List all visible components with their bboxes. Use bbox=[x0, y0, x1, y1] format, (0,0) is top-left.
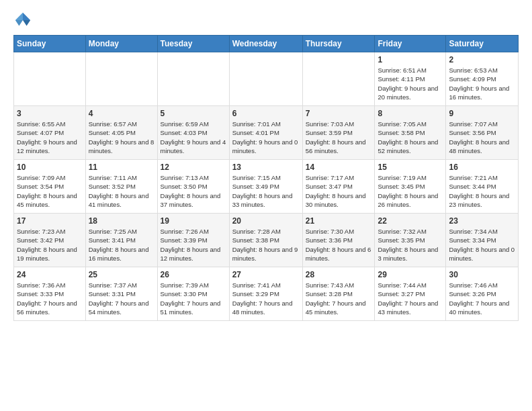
day-info: Sunrise: 7:36 AM Sunset: 3:33 PM Dayligh… bbox=[17, 281, 83, 316]
day-info: Sunrise: 7:39 AM Sunset: 3:30 PM Dayligh… bbox=[161, 281, 226, 316]
calendar-cell: 11Sunrise: 7:11 AM Sunset: 3:52 PM Dayli… bbox=[85, 160, 157, 214]
calendar-cell: 4Sunrise: 6:57 AM Sunset: 4:05 PM Daylig… bbox=[85, 106, 157, 160]
day-number: 26 bbox=[161, 270, 226, 279]
calendar-cell: 15Sunrise: 7:19 AM Sunset: 3:45 PM Dayli… bbox=[375, 160, 446, 214]
day-number: 17 bbox=[17, 216, 83, 226]
day-number: 2 bbox=[449, 55, 515, 64]
day-info: Sunrise: 7:21 AM Sunset: 3:44 PM Dayligh… bbox=[449, 173, 515, 209]
day-info: Sunrise: 7:25 AM Sunset: 3:41 PM Dayligh… bbox=[89, 227, 154, 263]
calendar-header-sunday: Sunday bbox=[14, 36, 86, 52]
day-info: Sunrise: 7:44 AM Sunset: 3:27 PM Dayligh… bbox=[378, 281, 443, 316]
day-number: 23 bbox=[449, 216, 515, 226]
calendar-table: SundayMondayTuesdayWednesdayThursdayFrid… bbox=[13, 35, 519, 321]
calendar-cell bbox=[229, 52, 302, 106]
calendar-cell: 26Sunrise: 7:39 AM Sunset: 3:30 PM Dayli… bbox=[157, 267, 229, 321]
day-number: 27 bbox=[232, 270, 300, 279]
day-number: 7 bbox=[306, 109, 372, 118]
calendar-cell: 17Sunrise: 7:23 AM Sunset: 3:42 PM Dayli… bbox=[14, 214, 86, 267]
day-info: Sunrise: 7:28 AM Sunset: 3:38 PM Dayligh… bbox=[232, 227, 300, 263]
calendar-cell: 10Sunrise: 7:09 AM Sunset: 3:54 PM Dayli… bbox=[14, 160, 86, 214]
day-number: 21 bbox=[306, 216, 372, 226]
day-info: Sunrise: 6:57 AM Sunset: 4:05 PM Dayligh… bbox=[89, 120, 154, 155]
calendar-cell: 30Sunrise: 7:46 AM Sunset: 3:26 PM Dayli… bbox=[446, 267, 519, 321]
calendar-header-friday: Friday bbox=[375, 36, 446, 52]
calendar-week-row: 24Sunrise: 7:36 AM Sunset: 3:33 PM Dayli… bbox=[14, 267, 519, 321]
calendar-cell: 6Sunrise: 7:01 AM Sunset: 4:01 PM Daylig… bbox=[229, 106, 302, 160]
svg-marker-3 bbox=[15, 20, 23, 26]
calendar-week-row: 1Sunrise: 6:51 AM Sunset: 4:11 PM Daylig… bbox=[14, 52, 519, 106]
day-number: 16 bbox=[449, 163, 515, 172]
svg-marker-0 bbox=[23, 13, 30, 20]
calendar-week-row: 3Sunrise: 6:55 AM Sunset: 4:07 PM Daylig… bbox=[14, 106, 519, 160]
day-number: 22 bbox=[378, 216, 443, 226]
day-number: 1 bbox=[378, 55, 443, 64]
calendar-header-tuesday: Tuesday bbox=[157, 36, 229, 52]
day-number: 4 bbox=[89, 109, 154, 118]
day-info: Sunrise: 7:09 AM Sunset: 3:54 PM Dayligh… bbox=[17, 173, 83, 209]
day-info: Sunrise: 7:17 AM Sunset: 3:47 PM Dayligh… bbox=[306, 173, 372, 209]
calendar-cell bbox=[302, 52, 375, 106]
day-info: Sunrise: 7:07 AM Sunset: 3:56 PM Dayligh… bbox=[449, 120, 515, 155]
day-number: 29 bbox=[378, 270, 443, 279]
day-info: Sunrise: 6:55 AM Sunset: 4:07 PM Dayligh… bbox=[17, 120, 83, 155]
calendar-cell: 16Sunrise: 7:21 AM Sunset: 3:44 PM Dayli… bbox=[446, 160, 519, 214]
day-number: 14 bbox=[306, 163, 372, 172]
calendar-cell: 2Sunrise: 6:53 AM Sunset: 4:09 PM Daylig… bbox=[446, 52, 519, 106]
day-number: 11 bbox=[89, 163, 154, 172]
calendar-cell: 14Sunrise: 7:17 AM Sunset: 3:47 PM Dayli… bbox=[302, 160, 375, 214]
day-number: 15 bbox=[378, 163, 443, 172]
day-info: Sunrise: 7:46 AM Sunset: 3:26 PM Dayligh… bbox=[449, 281, 515, 316]
day-info: Sunrise: 7:13 AM Sunset: 3:50 PM Dayligh… bbox=[161, 173, 226, 209]
day-info: Sunrise: 6:51 AM Sunset: 4:11 PM Dayligh… bbox=[378, 66, 443, 101]
day-info: Sunrise: 7:15 AM Sunset: 3:49 PM Dayligh… bbox=[232, 173, 300, 209]
day-number: 12 bbox=[161, 163, 226, 172]
calendar-week-row: 17Sunrise: 7:23 AM Sunset: 3:42 PM Dayli… bbox=[14, 214, 519, 267]
calendar-header-monday: Monday bbox=[85, 36, 157, 52]
day-info: Sunrise: 7:23 AM Sunset: 3:42 PM Dayligh… bbox=[17, 227, 83, 263]
calendar-cell: 5Sunrise: 6:59 AM Sunset: 4:03 PM Daylig… bbox=[157, 106, 229, 160]
day-info: Sunrise: 6:59 AM Sunset: 4:03 PM Dayligh… bbox=[161, 120, 226, 155]
calendar-cell: 7Sunrise: 7:03 AM Sunset: 3:59 PM Daylig… bbox=[302, 106, 375, 160]
calendar-cell: 13Sunrise: 7:15 AM Sunset: 3:49 PM Dayli… bbox=[229, 160, 302, 214]
day-info: Sunrise: 7:37 AM Sunset: 3:31 PM Dayligh… bbox=[89, 281, 154, 316]
calendar-cell: 25Sunrise: 7:37 AM Sunset: 3:31 PM Dayli… bbox=[85, 267, 157, 321]
svg-marker-1 bbox=[15, 13, 23, 20]
logo bbox=[13, 11, 35, 30]
calendar-header-row: SundayMondayTuesdayWednesdayThursdayFrid… bbox=[14, 36, 519, 52]
calendar-page: SundayMondayTuesdayWednesdayThursdayFrid… bbox=[0, 0, 532, 411]
day-number: 25 bbox=[89, 270, 154, 279]
calendar-cell: 18Sunrise: 7:25 AM Sunset: 3:41 PM Dayli… bbox=[85, 214, 157, 267]
day-number: 10 bbox=[17, 163, 83, 172]
day-number: 8 bbox=[378, 109, 443, 118]
day-number: 20 bbox=[232, 216, 300, 226]
calendar-cell: 28Sunrise: 7:43 AM Sunset: 3:28 PM Dayli… bbox=[302, 267, 375, 321]
day-number: 24 bbox=[17, 270, 83, 279]
calendar-header-wednesday: Wednesday bbox=[229, 36, 302, 52]
calendar-cell: 3Sunrise: 6:55 AM Sunset: 4:07 PM Daylig… bbox=[14, 106, 86, 160]
day-info: Sunrise: 7:03 AM Sunset: 3:59 PM Dayligh… bbox=[306, 120, 372, 155]
day-info: Sunrise: 7:41 AM Sunset: 3:29 PM Dayligh… bbox=[232, 281, 300, 316]
calendar-cell: 1Sunrise: 6:51 AM Sunset: 4:11 PM Daylig… bbox=[375, 52, 446, 106]
logo-icon bbox=[13, 11, 32, 30]
calendar-week-row: 10Sunrise: 7:09 AM Sunset: 3:54 PM Dayli… bbox=[14, 160, 519, 214]
calendar-cell bbox=[85, 52, 157, 106]
day-info: Sunrise: 7:01 AM Sunset: 4:01 PM Dayligh… bbox=[232, 120, 300, 155]
day-number: 9 bbox=[449, 109, 515, 118]
calendar-cell: 8Sunrise: 7:05 AM Sunset: 3:58 PM Daylig… bbox=[375, 106, 446, 160]
calendar-cell: 24Sunrise: 7:36 AM Sunset: 3:33 PM Dayli… bbox=[14, 267, 86, 321]
day-info: Sunrise: 7:34 AM Sunset: 3:34 PM Dayligh… bbox=[449, 227, 515, 263]
day-number: 3 bbox=[17, 109, 83, 118]
day-info: Sunrise: 6:53 AM Sunset: 4:09 PM Dayligh… bbox=[449, 66, 515, 101]
calendar-cell: 29Sunrise: 7:44 AM Sunset: 3:27 PM Dayli… bbox=[375, 267, 446, 321]
calendar-header-saturday: Saturday bbox=[446, 36, 519, 52]
day-info: Sunrise: 7:30 AM Sunset: 3:36 PM Dayligh… bbox=[306, 227, 372, 263]
calendar-header-thursday: Thursday bbox=[302, 36, 375, 52]
header bbox=[13, 11, 519, 30]
calendar-cell: 21Sunrise: 7:30 AM Sunset: 3:36 PM Dayli… bbox=[302, 214, 375, 267]
day-info: Sunrise: 7:19 AM Sunset: 3:45 PM Dayligh… bbox=[378, 173, 443, 209]
calendar-cell: 23Sunrise: 7:34 AM Sunset: 3:34 PM Dayli… bbox=[446, 214, 519, 267]
calendar-cell: 19Sunrise: 7:26 AM Sunset: 3:39 PM Dayli… bbox=[157, 214, 229, 267]
day-number: 13 bbox=[232, 163, 300, 172]
day-info: Sunrise: 7:11 AM Sunset: 3:52 PM Dayligh… bbox=[89, 173, 154, 209]
day-number: 30 bbox=[449, 270, 515, 279]
